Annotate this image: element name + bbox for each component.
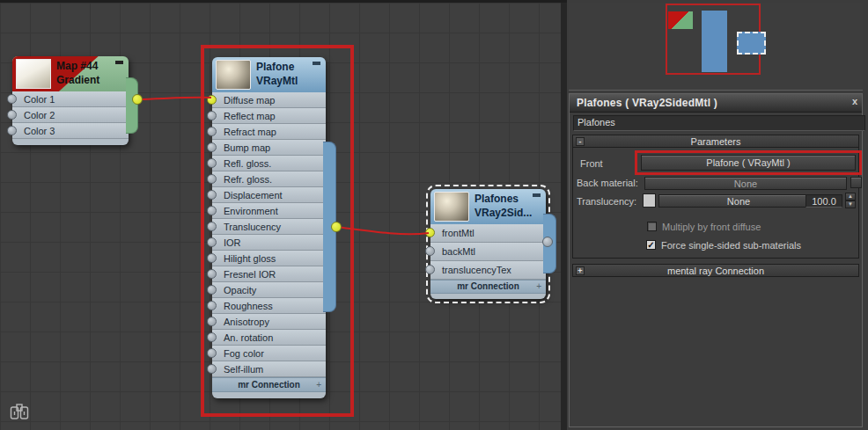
slot-row[interactable]: Self-illum [212,361,326,377]
navigator-preview[interactable] [569,3,863,91]
slot-row[interactable]: Refract map [212,124,326,140]
vray2sided-thumbnail[interactable] [434,192,469,222]
vray2sided-node-header[interactable]: Plafones VRay2Sid... [430,189,546,224]
gradient-thumbnail[interactable] [16,59,51,89]
slot-row[interactable]: Displacement [212,187,326,203]
back-material-button[interactable]: None [644,177,847,190]
input-socket[interactable] [207,142,217,152]
input-socket[interactable] [207,269,217,279]
spinner-down-icon[interactable]: ▼ [845,200,856,208]
input-socket[interactable] [425,246,435,256]
slate-material-editor: Map #44 Gradient Color 1Color 2Color 3 P… [0,0,868,430]
navigator-gradient-node[interactable] [668,11,693,29]
slot-row[interactable]: Environment [212,203,326,219]
parameters-rollout-title: Parameters [691,136,741,147]
mr-connection-bar[interactable]: mr Connection + [212,377,326,392]
input-socket[interactable] [207,158,217,168]
node-title: Plafones [474,193,519,205]
translucency-color-swatch[interactable] [643,193,656,208]
input-socket[interactable] [7,110,17,120]
input-socket[interactable] [207,317,217,326]
gradient-output-tab[interactable] [126,77,138,134]
parameters-rollout-header[interactable]: - Parameters [572,135,859,148]
slot-row[interactable]: Opacity [212,282,326,298]
expand-icon[interactable]: + [316,378,321,391]
force-single-sided-checkbox[interactable]: ✓ [646,240,656,250]
spinner-up-icon[interactable]: ▲ [845,193,856,200]
vraymtl-thumbnail[interactable] [216,60,251,90]
slot-row[interactable]: frontMtl [430,224,546,243]
close-icon[interactable]: x [852,96,857,106]
navigator-vraymtl-node[interactable] [702,11,727,72]
material-name-input[interactable]: Plafones [573,115,865,131]
collapse-node-icon[interactable] [115,61,123,62]
slot-row[interactable]: Color 2 [12,107,129,123]
slot-row[interactable]: backMtl [430,243,546,261]
slot-row[interactable]: Anisotropy [212,314,326,330]
slot-row[interactable]: Color 3 [12,123,129,139]
vray2sided-output-socket[interactable] [542,237,553,247]
node-gradient-map[interactable]: Map #44 Gradient Color 1Color 2Color 3 [12,56,129,145]
input-socket[interactable] [207,237,217,247]
navigator-selected-node[interactable] [737,32,766,55]
slot-row[interactable]: IOR [212,235,326,251]
vraymtl-node-header[interactable]: Plafone VRayMtl [212,57,326,92]
slot-row[interactable]: Translucency [212,219,326,235]
slot-row[interactable]: Roughness [212,298,326,314]
input-socket[interactable] [7,126,17,135]
binoculars-icon[interactable] [9,403,30,422]
input-socket[interactable] [207,253,217,263]
node-footer[interactable] [12,139,129,145]
input-socket[interactable] [207,95,217,105]
input-socket[interactable] [207,190,217,200]
mental-ray-rollout-header[interactable]: + mental ray Connection [572,264,859,277]
panel-title: Plafones ( VRay2SidedMtl ) [577,97,717,109]
slot-row[interactable]: Hilight gloss [212,251,326,266]
expand-icon[interactable]: + [576,266,585,275]
slot-row[interactable]: Refr. gloss. [212,171,326,187]
input-socket[interactable] [207,127,217,136]
input-socket[interactable] [207,332,217,342]
slot-row[interactable]: Bump map [212,140,326,156]
slot-row[interactable]: An. rotation [212,330,326,346]
gradient-output-socket[interactable] [132,94,143,105]
gradient-node-header[interactable]: Map #44 Gradient [12,56,129,91]
node-view-canvas[interactable]: Map #44 Gradient Color 1Color 2Color 3 P… [0,3,561,430]
slot-label: Self-illum [224,364,263,375]
input-socket[interactable] [207,206,217,215]
input-socket[interactable] [207,348,217,358]
input-socket[interactable] [207,222,217,231]
slot-row[interactable]: Fog color [212,346,326,361]
panel-titlebar[interactable]: Plafones ( VRay2SidedMtl ) x [570,94,862,113]
node-footer[interactable] [430,294,546,299]
multiply-front-diffuse-checkbox[interactable] [647,222,657,231]
slot-row[interactable]: Fresnel IOR [212,266,326,282]
node-subtitle: VRay2Sid... [474,207,532,219]
mr-connection-bar[interactable]: mr Connection + [430,280,546,294]
slot-row[interactable]: Refl. gloss. [212,156,326,171]
slot-row[interactable]: Diffuse map [212,92,326,108]
input-socket[interactable] [425,228,435,237]
translucency-map-button[interactable]: None [658,194,819,208]
translucency-amount-input[interactable]: 100.0 [805,194,842,208]
node-vray2sided[interactable]: Plafones VRay2Sid... frontMtlbackMtltran… [430,189,546,299]
slot-row[interactable]: translucencyTex [430,261,546,280]
input-socket[interactable] [207,364,217,374]
node-vraymtl[interactable]: Plafone VRayMtl Diffuse mapReflect mapRe… [212,57,326,398]
input-socket[interactable] [7,94,17,104]
vraymtl-output-socket[interactable] [331,222,342,232]
input-socket[interactable] [207,111,217,120]
input-socket[interactable] [425,265,435,274]
input-socket[interactable] [207,174,217,184]
slot-label: Color 2 [24,110,55,120]
expand-icon[interactable]: + [536,281,541,293]
slot-row[interactable]: Reflect map [212,108,326,124]
slot-row[interactable]: Color 1 [12,91,129,107]
collapse-icon[interactable]: - [576,137,585,146]
node-footer[interactable] [212,392,326,398]
back-material-enable-checkbox[interactable] [850,177,862,188]
input-socket[interactable] [207,301,217,310]
input-socket[interactable] [207,285,217,295]
collapse-node-icon[interactable] [313,62,320,63]
collapse-node-icon[interactable] [533,193,541,195]
